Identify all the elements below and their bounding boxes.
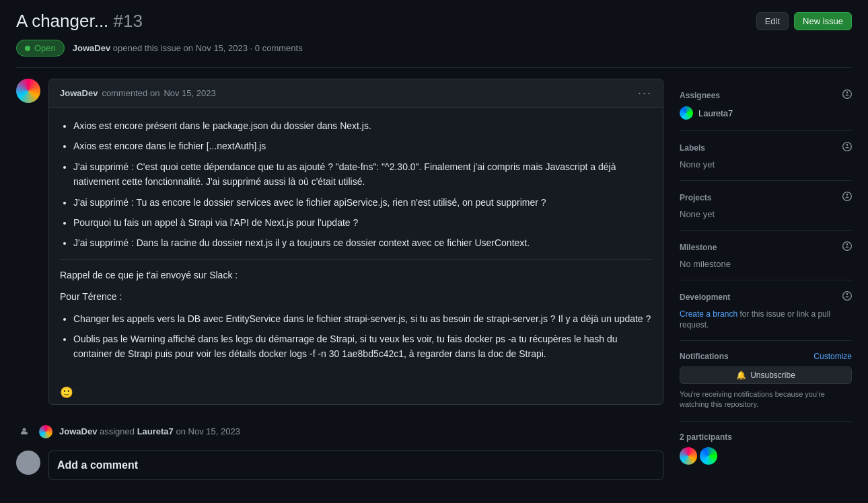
comment-date: Nov 15, 2023 — [164, 88, 215, 98]
sidebar-labels-header: Labels — [680, 142, 852, 153]
status-text: Open — [34, 43, 56, 53]
sidebar-notifications: Notifications Customize 🔔 Unsubscribe Yo… — [680, 341, 852, 422]
sidebar-development-header: Development — [680, 291, 852, 303]
sidebar-projects-header: Projects — [680, 192, 852, 203]
assignees-gear-button[interactable] — [842, 89, 852, 101]
add-comment-section: Add a comment — [16, 451, 663, 480]
avatar — [16, 79, 40, 103]
development-link-text: Create a branch for this issue or link a… — [680, 309, 830, 330]
sidebar-participants: 2 participants — [680, 422, 852, 475]
comment-header: JowaDev commented on Nov 15, 2023 ··· — [49, 79, 663, 108]
labels-value: None yet — [680, 159, 715, 169]
participants-avatars — [680, 447, 852, 465]
comment-paragraph-1: Rappel de ce que je t'ai envoyé sur Slac… — [60, 268, 652, 282]
activity-item: JowaDev assigned Laureta7 on Nov 15, 202… — [16, 424, 663, 440]
comment-card: JowaDev commented on Nov 15, 2023 ··· Ax… — [48, 79, 663, 405]
issue-title-text: A changer... — [16, 11, 108, 31]
comment-paragraph-2: Pour Térence : — [60, 289, 652, 304]
list-item: Oublis pas le Warning affiché dans les l… — [73, 332, 652, 362]
participants-count: 2 participants — [680, 432, 852, 442]
labels-gear-button[interactable] — [842, 142, 852, 153]
bell-icon: 🔔 — [736, 371, 746, 380]
list-item: J'ai supprimé : Tu as encore le dossier … — [73, 195, 652, 210]
list-item: Changer les appels vers la DB avec Entit… — [73, 311, 652, 326]
sidebar-projects-title: Projects — [680, 193, 711, 202]
sidebar-development-title: Development — [680, 293, 730, 302]
assignee-avatar — [680, 106, 693, 120]
unsubscribe-button[interactable]: 🔔 Unsubscribe — [680, 366, 852, 384]
header-buttons: Edit New issue — [756, 12, 852, 30]
milestone-gear-button[interactable] — [842, 241, 852, 253]
left-column: JowaDev commented on Nov 15, 2023 ··· Ax… — [16, 79, 663, 480]
comment-author-info: JowaDev commented on Nov 15, 2023 — [60, 88, 216, 98]
development-gear-button[interactable] — [842, 291, 852, 303]
list-item: Axios est encore présent dans le package… — [73, 118, 652, 133]
comment-menu-button[interactable]: ··· — [638, 86, 652, 100]
sidebar-labels-title: Labels — [680, 143, 705, 153]
edit-button[interactable]: Edit — [756, 12, 789, 30]
sidebar-milestone-header: Milestone — [680, 241, 852, 253]
sidebar-assignees-title: Assignees — [680, 91, 720, 100]
current-user-avatar — [16, 451, 40, 475]
main-layout: JowaDev commented on Nov 15, 2023 ··· Ax… — [16, 79, 852, 480]
issue-header: A changer... #13 Edit New issue — [16, 11, 852, 32]
unsubscribe-label: Unsubscribe — [750, 371, 795, 380]
comment-body: Axios est encore présent dans le package… — [49, 108, 663, 381]
list-item: Axios est encore dans le fichier [...nex… — [73, 139, 652, 153]
sidebar-development: Development Create a branch for this iss… — [680, 280, 852, 341]
milestone-value: No milestone — [680, 259, 731, 269]
add-comment-box: Add a comment — [48, 451, 663, 480]
comment-footer: 🙂 — [49, 381, 663, 404]
list-item: J'ai supprimé : Dans la racine du dossie… — [73, 235, 652, 250]
list-item: Pourquoi tu fais un appel à Strapi via l… — [73, 215, 652, 230]
sidebar-milestone: Milestone No milestone — [680, 231, 852, 280]
add-comment-label: Add a comment — [57, 459, 138, 471]
right-column: Assignees Laureta7 Labels — [680, 79, 852, 475]
new-issue-button[interactable]: New issue — [794, 12, 852, 30]
sidebar-labels: Labels None yet — [680, 131, 852, 181]
sidebar-assignees-header: Assignees — [680, 89, 852, 101]
comment-verb: commented on — [102, 88, 159, 98]
emoji-reaction-button[interactable]: 🙂 — [60, 386, 73, 399]
comment-wrapper: JowaDev commented on Nov 15, 2023 ··· Ax… — [16, 79, 663, 416]
issue-number: #13 — [114, 11, 143, 31]
comment-divider — [60, 259, 652, 260]
activity-avatar — [39, 425, 52, 438]
sidebar-projects: Projects None yet — [680, 181, 852, 231]
participant-avatar-jowa — [680, 447, 697, 465]
issue-meta-text: JowaDev opened this issue on Nov 15, 202… — [73, 43, 303, 53]
activity-text: JowaDev assigned Laureta7 on Nov 15, 202… — [59, 426, 240, 436]
issue-title-area: A changer... #13 — [16, 11, 143, 32]
assignee-name: Laureta7 — [698, 108, 733, 118]
status-dot-icon — [25, 46, 30, 51]
projects-value: None yet — [680, 209, 715, 219]
notifications-note: You're receiving notifications because y… — [680, 389, 852, 410]
create-branch-link[interactable]: Create a branch — [680, 309, 737, 319]
person-icon — [16, 424, 32, 440]
list-item: J'ai supprimé : C'est quoi cette dépenda… — [73, 159, 652, 190]
comment-list-1: Axios est encore présent dans le package… — [73, 118, 652, 251]
sidebar-milestone-title: Milestone — [680, 243, 717, 252]
status-badge: Open — [16, 40, 65, 56]
page-title: A changer... #13 — [16, 11, 143, 32]
comment-list-2: Changer les appels vers la DB avec Entit… — [73, 311, 652, 362]
projects-gear-button[interactable] — [842, 192, 852, 203]
customize-notifications-link[interactable]: Customize — [813, 352, 852, 361]
assignee-item: Laureta7 — [680, 106, 852, 120]
notifications-title: Notifications — [680, 352, 729, 361]
participant-avatar-laureta — [700, 447, 717, 465]
comment-author: JowaDev — [60, 88, 98, 98]
sidebar-assignees: Assignees Laureta7 — [680, 79, 852, 131]
issue-meta: Open JowaDev opened this issue on Nov 15… — [16, 40, 852, 68]
notifications-header: Notifications Customize — [680, 352, 852, 361]
